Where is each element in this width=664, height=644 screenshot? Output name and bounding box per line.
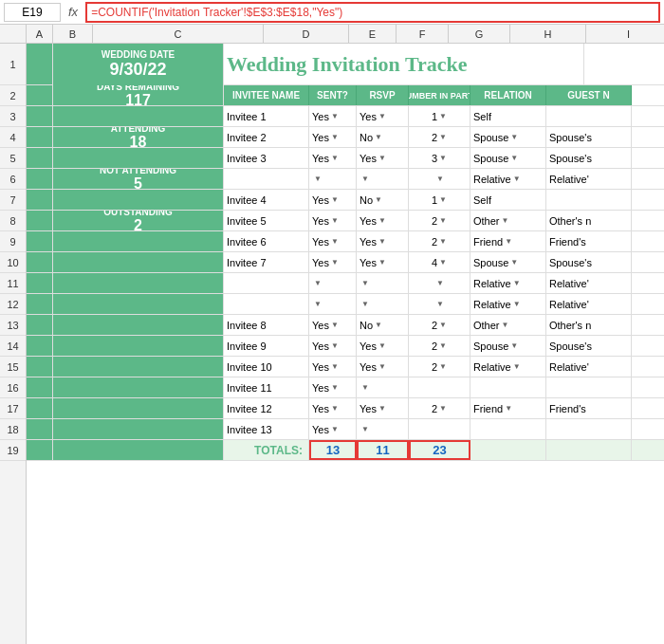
cell-a3[interactable]	[27, 106, 53, 126]
row6-guest[interactable]: Relative'	[546, 169, 632, 189]
row12-sent[interactable]: ▼	[309, 294, 357, 314]
invitee-9-relation[interactable]: Spouse ▼	[470, 336, 546, 356]
invitee-13-guest[interactable]	[546, 419, 632, 439]
invitee-1-sent[interactable]: Yes ▼	[309, 106, 357, 126]
invitee-9-name[interactable]: Invitee 9	[224, 336, 309, 356]
invitee-9-rsvp[interactable]: Yes ▼	[357, 336, 409, 356]
cell-a13[interactable]	[27, 315, 53, 335]
invitee-5-rsvp[interactable]: Yes ▼	[357, 211, 409, 230]
invitee-2-sent[interactable]: Yes ▼	[309, 127, 357, 147]
invitee-8-party[interactable]: 2 ▼	[409, 315, 470, 335]
invitee-13-name[interactable]: Invitee 13	[224, 419, 309, 439]
invitee-10-name[interactable]: Invitee 10	[224, 357, 309, 377]
invitee-7-rsvp[interactable]: Yes ▼	[357, 252, 409, 272]
cell-a18[interactable]	[27, 419, 53, 439]
row12-party[interactable]: ▼	[409, 294, 470, 314]
invitee-2-guest[interactable]: Spouse's	[546, 127, 632, 147]
invitee-11-name[interactable]: Invitee 11	[224, 377, 309, 397]
invitee-6-relation[interactable]: Friend ▼	[470, 231, 546, 251]
invitee-2-party[interactable]: 2 ▼	[409, 127, 470, 147]
invitee-9-party[interactable]: 2 ▼	[409, 336, 470, 356]
invitee-5-guest[interactable]: Other's n	[546, 211, 632, 230]
cell-a15[interactable]	[27, 357, 53, 377]
invitee-2-relation[interactable]: Spouse ▼	[470, 127, 546, 147]
invitee-11-party[interactable]	[409, 377, 470, 397]
col-header-g[interactable]: G	[449, 25, 510, 43]
invitee-8-sent[interactable]: Yes ▼	[309, 315, 357, 335]
cell-bc14[interactable]	[53, 336, 224, 356]
row11-rsvp[interactable]: ▼	[357, 273, 409, 293]
invitee-10-sent[interactable]: Yes ▼	[309, 357, 357, 377]
invitee-10-guest[interactable]: Relative'	[546, 357, 632, 377]
invitee-10-relation[interactable]: Relative ▼	[470, 357, 546, 377]
invitee-12-sent[interactable]: Yes ▼	[309, 398, 357, 418]
invitee-12-guest[interactable]: Friend's	[546, 398, 632, 418]
cell-bc12[interactable]	[53, 294, 224, 314]
col-header-b[interactable]: B	[53, 25, 93, 43]
col-header-f[interactable]: F	[397, 25, 449, 43]
invitee-4-relation[interactable]: Self	[470, 190, 546, 210]
invitee-5-party[interactable]: 2 ▼	[409, 211, 470, 230]
cell-a16[interactable]	[27, 377, 53, 397]
row6-relation[interactable]: Relative ▼	[470, 169, 546, 189]
cell-bc5[interactable]	[53, 148, 224, 168]
invitee-4-name[interactable]: Invitee 4	[224, 190, 309, 210]
cell-a5[interactable]	[27, 148, 53, 168]
row11-party[interactable]: ▼	[409, 273, 470, 293]
invitee-4-party[interactable]: 1 ▼	[409, 190, 470, 210]
invitee-8-rsvp[interactable]: No ▼	[357, 315, 409, 335]
invitee-5-relation[interactable]: Other ▼	[470, 211, 546, 230]
invitee-3-rsvp[interactable]: Yes ▼	[357, 148, 409, 168]
invitee-6-sent[interactable]: Yes ▼	[309, 231, 357, 251]
invitee-3-name[interactable]: Invitee 3	[224, 148, 309, 168]
cell-a10[interactable]	[27, 252, 53, 272]
row12-rsvp[interactable]: ▼	[357, 294, 409, 314]
invitee-7-relation[interactable]: Spouse ▼	[470, 252, 546, 272]
invitee-1-rsvp[interactable]: Yes ▼	[357, 106, 409, 126]
invitee-5-name[interactable]: Invitee 5	[224, 211, 309, 230]
invitee-9-guest[interactable]: Spouse's	[546, 336, 632, 356]
row12-relation[interactable]: Relative ▼	[470, 294, 546, 314]
invitee-2-name[interactable]: Invitee 2	[224, 127, 309, 147]
invitee-9-sent[interactable]: Yes ▼	[309, 336, 357, 356]
invitee-11-relation[interactable]	[470, 377, 546, 397]
invitee-10-rsvp[interactable]: Yes ▼	[357, 357, 409, 377]
col-header-d[interactable]: D	[264, 25, 349, 43]
cell-bc17[interactable]	[53, 398, 224, 418]
invitee-5-sent[interactable]: Yes ▼	[309, 211, 357, 230]
cell-a1[interactable]	[27, 44, 53, 84]
col-header-i[interactable]: I	[586, 25, 664, 43]
invitee-13-rsvp[interactable]: ▼	[357, 419, 409, 439]
cell-reference[interactable]: E19	[4, 3, 61, 22]
invitee-13-sent[interactable]: Yes ▼	[309, 419, 357, 439]
invitee-11-sent[interactable]: Yes ▼	[309, 377, 357, 397]
invitee-3-party[interactable]: 3 ▼	[409, 148, 470, 168]
cell-a12[interactable]	[27, 294, 53, 314]
cell-bc19[interactable]	[53, 440, 224, 460]
row12-name[interactable]	[224, 294, 309, 314]
invitee-12-name[interactable]: Invitee 12	[224, 398, 309, 418]
invitee-4-sent[interactable]: Yes ▼	[309, 190, 357, 210]
cell-a2[interactable]	[27, 85, 53, 105]
cell-a8[interactable]	[27, 211, 53, 230]
row11-relation[interactable]: Relative ▼	[470, 273, 546, 293]
cell-a4[interactable]	[27, 127, 53, 147]
invitee-6-party[interactable]: 2 ▼	[409, 231, 470, 251]
cell-bc13[interactable]	[53, 315, 224, 335]
row12-guest[interactable]: Relative'	[546, 294, 632, 314]
cell-bc7[interactable]	[53, 190, 224, 210]
row11-sent[interactable]: ▼	[309, 273, 357, 293]
col-header-e[interactable]: E	[349, 25, 397, 43]
col-header-c[interactable]: C	[93, 25, 264, 43]
cell-bc10[interactable]	[53, 252, 224, 272]
invitee-6-guest[interactable]: Friend's	[546, 231, 632, 251]
cell-a6[interactable]	[27, 169, 53, 189]
cell-a14[interactable]	[27, 336, 53, 356]
cell-a7[interactable]	[27, 190, 53, 210]
invitee-3-relation[interactable]: Spouse ▼	[470, 148, 546, 168]
invitee-7-name[interactable]: Invitee 7	[224, 252, 309, 272]
totals-party[interactable]: 23	[409, 440, 470, 460]
invitee-11-rsvp[interactable]: ▼	[357, 377, 409, 397]
cell-a19[interactable]	[27, 440, 53, 460]
invitee-3-guest[interactable]: Spouse's	[546, 148, 632, 168]
